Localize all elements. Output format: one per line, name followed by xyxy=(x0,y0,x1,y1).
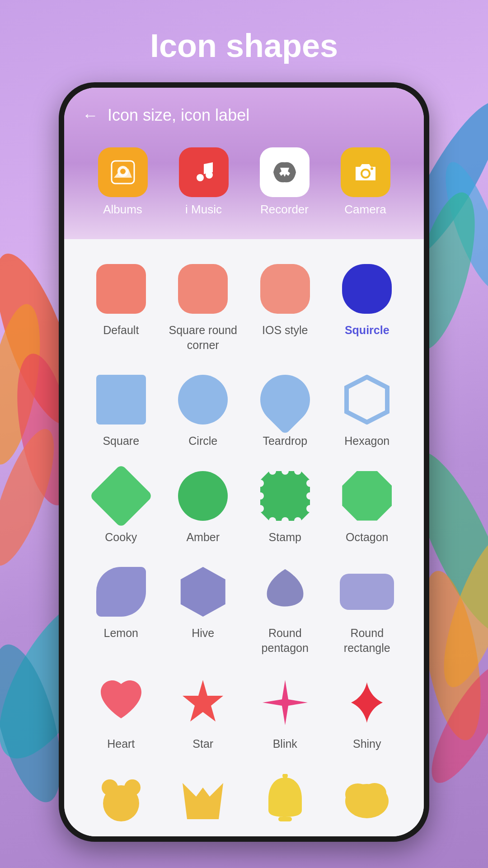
shape-cell-stamp[interactable]: Stamp xyxy=(246,460,324,552)
shape-cell-cloud[interactable] xyxy=(328,763,406,833)
svg-point-10 xyxy=(430,526,488,694)
svg-point-3 xyxy=(0,422,66,572)
shape-cell-star[interactable]: Star xyxy=(164,666,242,758)
shape-hexagon-label: Hexagon xyxy=(344,434,389,448)
shape-ios-icon xyxy=(258,262,312,316)
shape-square-round-label: Square round corner xyxy=(169,323,238,352)
navigation-bar: ← Icon size, icon label xyxy=(82,106,406,125)
shape-cell-teardrop[interactable]: Teardrop xyxy=(246,363,324,455)
shape-square-round-icon xyxy=(176,262,230,316)
shape-amber-label: Amber xyxy=(186,530,220,545)
svg-point-38 xyxy=(124,779,141,796)
shape-cell-cat[interactable] xyxy=(164,763,242,833)
app-icons-row: Albums i Music xyxy=(82,147,406,217)
shape-shiny-label: Shiny xyxy=(353,736,381,751)
shape-cat-icon xyxy=(176,772,230,826)
svg-point-7 xyxy=(434,156,488,296)
shape-circle-label: Circle xyxy=(188,434,217,448)
shape-cell-bear[interactable] xyxy=(82,763,160,833)
shape-cell-hive[interactable]: Hive xyxy=(164,556,242,662)
app-item-recorder[interactable]: Recorder xyxy=(260,147,310,217)
camera-icon xyxy=(341,147,390,197)
app-item-albums[interactable]: Albums xyxy=(98,147,148,217)
svg-point-15 xyxy=(120,169,126,174)
shapes-content: Default Square round corner IOS style xyxy=(64,239,424,836)
svg-rect-40 xyxy=(278,817,292,821)
page-title: Icon shapes xyxy=(150,27,338,64)
shape-shiny-icon xyxy=(340,675,394,730)
shape-cell-shiny[interactable]: Shiny xyxy=(328,666,406,758)
svg-point-44 xyxy=(363,783,386,803)
shape-bell-icon xyxy=(258,772,312,826)
shape-teardrop-icon xyxy=(258,373,312,427)
svg-point-20 xyxy=(371,167,373,170)
shape-cell-square[interactable]: Square xyxy=(82,363,160,455)
shape-cell-heart[interactable]: Heart xyxy=(82,666,160,758)
shape-octagon-icon xyxy=(340,469,394,523)
shape-cooky-label: Cooky xyxy=(105,530,137,545)
shape-cooky-icon xyxy=(94,469,148,523)
shape-squircle-icon xyxy=(340,262,394,316)
shape-cell-round-rectangle[interactable]: Round rectangle xyxy=(328,556,406,662)
phone-screen: ← Icon size, icon label Albums xyxy=(64,88,424,836)
shape-stamp-label: Stamp xyxy=(269,530,301,545)
shape-amber-icon xyxy=(176,469,230,523)
shape-cell-blink[interactable]: Blink xyxy=(246,666,324,758)
shape-cell-circle[interactable]: Circle xyxy=(164,363,242,455)
shape-stamp-icon xyxy=(258,469,312,523)
shape-round-rectangle-icon xyxy=(340,565,394,619)
svg-point-1 xyxy=(0,300,50,468)
albums-label: Albums xyxy=(103,203,142,217)
phone-header: ← Icon size, icon label Albums xyxy=(64,88,424,239)
shape-star-icon xyxy=(176,675,230,730)
shape-square-label: Square xyxy=(103,434,139,448)
nav-title: Icon size, icon label xyxy=(108,106,249,125)
recorder-icon xyxy=(260,147,310,197)
albums-icon xyxy=(98,147,148,197)
shape-cell-squircle[interactable]: Squircle xyxy=(328,253,406,359)
shape-blink-icon xyxy=(258,675,312,730)
shape-cell-default[interactable]: Default xyxy=(82,253,160,359)
shape-heart-label: Heart xyxy=(107,736,135,751)
shape-lemon-icon xyxy=(94,565,148,619)
shape-cell-octagon[interactable]: Octagon xyxy=(328,460,406,552)
imusic-label: i Music xyxy=(185,203,222,217)
shape-hexagon-icon xyxy=(340,373,394,427)
app-item-camera[interactable]: Camera xyxy=(341,147,390,217)
shape-round-pentagon-label: Round pentagon xyxy=(251,626,319,655)
shape-cell-ios[interactable]: IOS style xyxy=(246,253,324,359)
svg-point-19 xyxy=(362,170,369,177)
shapes-grid: Default Square round corner IOS style xyxy=(82,253,406,833)
shape-lemon-label: Lemon xyxy=(104,626,138,641)
recorder-label: Recorder xyxy=(260,203,309,217)
shape-round-pentagon-icon xyxy=(258,565,312,619)
camera-label: Camera xyxy=(344,203,386,217)
shape-blink-label: Blink xyxy=(273,736,297,751)
shape-squircle-label: Squircle xyxy=(345,323,389,338)
shape-cell-cooky[interactable]: Cooky xyxy=(82,460,160,552)
phone-frame: ← Icon size, icon label Albums xyxy=(59,82,429,842)
shape-cell-lemon[interactable]: Lemon xyxy=(82,556,160,662)
shape-cloud-icon xyxy=(340,772,394,826)
shape-circle-icon xyxy=(176,373,230,427)
shape-hive-icon xyxy=(176,565,230,619)
shape-cell-amber[interactable]: Amber xyxy=(164,460,242,552)
shape-cell-square-round[interactable]: Square round corner xyxy=(164,253,242,359)
shape-square-icon xyxy=(94,373,148,427)
svg-marker-39 xyxy=(183,783,223,819)
app-item-imusic[interactable]: i Music xyxy=(179,147,229,217)
shape-bear-icon xyxy=(94,772,148,826)
shape-octagon-label: Octagon xyxy=(346,530,389,545)
back-button[interactable]: ← xyxy=(82,106,99,125)
shape-round-rectangle-label: Round rectangle xyxy=(333,626,402,655)
shape-teardrop-label: Teardrop xyxy=(263,434,307,448)
shape-default-icon xyxy=(94,262,148,316)
svg-marker-21 xyxy=(347,377,387,422)
svg-point-37 xyxy=(102,779,118,796)
shape-heart-icon xyxy=(94,675,148,730)
shape-cell-round-pentagon[interactable]: Round pentagon xyxy=(246,556,324,662)
shape-cell-bell[interactable] xyxy=(246,763,324,833)
imusic-icon xyxy=(179,147,229,197)
svg-rect-35 xyxy=(266,476,305,515)
shape-cell-hexagon[interactable]: Hexagon xyxy=(328,363,406,455)
